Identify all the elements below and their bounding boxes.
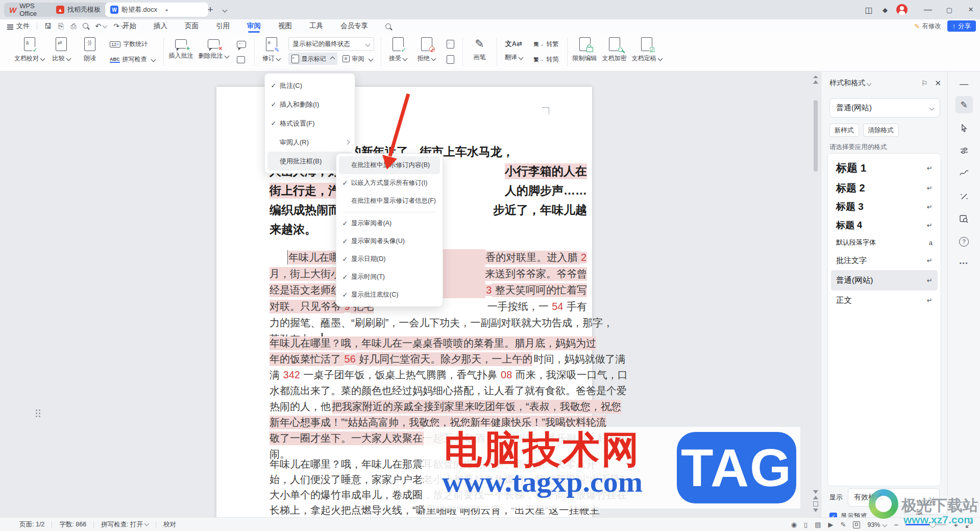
signature-icon[interactable] (955, 164, 973, 182)
ink-mode-icon[interactable]: ✎ (841, 521, 846, 528)
modified-status[interactable]: ✎ 有修改 (914, 22, 941, 31)
adjust-sliders-icon[interactable] (955, 142, 973, 159)
undo-button[interactable]: ↶ (95, 22, 107, 30)
ink-pen-button[interactable]: ✎ 画笔 (468, 33, 492, 71)
restrict-editing-button[interactable]: 限制编辑 (573, 33, 597, 71)
doc-finder-icon[interactable] (955, 210, 973, 228)
help-icon[interactable]: ? (955, 233, 973, 250)
style-item[interactable]: 普通(网站)↵ (831, 270, 938, 291)
file-menu[interactable]: 文件 (7, 21, 30, 31)
balloons-submenu-item[interactable]: ✓显示审阅者头像(U) (339, 232, 440, 250)
premium-gem-icon[interactable]: ◆ (879, 4, 891, 16)
previous-comment-button[interactable]: ← (234, 38, 249, 51)
format-brush-icon[interactable] (955, 188, 973, 205)
encrypt-document-button[interactable]: 文档加密 (602, 33, 627, 71)
show-markup-menu-item[interactable]: 审阅人(R) (267, 133, 352, 152)
pin-icon[interactable]: ⚐ (921, 79, 928, 87)
style-item[interactable]: 批注文字↵ (831, 251, 938, 270)
share-button[interactable]: ↑ 分享 (947, 20, 976, 32)
balloons-submenu-item[interactable]: ✓显示日期(D) (339, 250, 440, 268)
delete-comment-button[interactable]: × 删除批注 (199, 33, 229, 71)
scroll-down-icon[interactable] (813, 490, 818, 494)
tab-document-active[interactable]: W 盼望着.docx • (105, 3, 208, 17)
tab-page[interactable]: 页面 (185, 19, 199, 33)
previous-page-icon[interactable] (813, 496, 818, 499)
balloons-submenu-item[interactable]: ✓显示批注底纹(C) (339, 286, 440, 304)
review-pane-button[interactable]: ≣ 审阅 (339, 53, 376, 65)
read-aloud-button[interactable]: ·)) 朗读 (78, 33, 102, 71)
tab-tools[interactable]: 工具 (309, 19, 323, 33)
tab-review[interactable]: 审阅 (247, 19, 261, 33)
save-icon[interactable]: 🖫 (44, 22, 52, 30)
new-tab-button[interactable]: + (204, 4, 216, 16)
track-changes-button[interactable]: ≡✎ 修订 (260, 33, 283, 71)
style-item[interactable]: 正文↵ (831, 291, 938, 310)
style-item[interactable]: 标题 2↵ (831, 178, 938, 198)
print-preview-icon[interactable] (83, 22, 88, 30)
show-markup-menu-item[interactable]: ✓插入和删除(I) (267, 95, 352, 114)
edit-pen-icon[interactable]: ✎ (955, 96, 973, 113)
panel-close-icon[interactable]: ✕ (935, 79, 941, 88)
tab-home[interactable]: 开始 (122, 19, 136, 33)
to-traditional-button[interactable]: 简→ 转繁 (531, 38, 562, 51)
search-icon[interactable] (385, 19, 391, 33)
compare-button[interactable]: ⇄ 比较 (50, 33, 73, 71)
scroll-up-icon[interactable] (813, 80, 818, 84)
clear-format-button[interactable]: 清除格式 (863, 124, 899, 137)
user-avatar[interactable] (896, 4, 908, 15)
new-style-button[interactable]: 新样式 (829, 124, 859, 137)
print-icon[interactable]: ⎙ (70, 22, 76, 31)
balloons-submenu-item[interactable]: ✓显示时间(T) (339, 268, 440, 286)
page-view-icon[interactable]: ▯ (804, 521, 807, 528)
scroll-top-icon[interactable] (813, 76, 818, 78)
panel-title-chevron[interactable] (867, 81, 872, 86)
minimize-button[interactable]: — (922, 4, 934, 16)
next-page-icon[interactable] (813, 509, 818, 512)
next-comment-button[interactable] (234, 54, 249, 66)
tab-list-chevron[interactable] (217, 4, 230, 16)
balloons-submenu-item[interactable]: 在批注框中显示修订者信息(F) (339, 192, 440, 210)
doc-proof-button[interactable]: a✓ 文档校对 (14, 33, 44, 71)
spell-check-button[interactable]: ABC 拼写检查 (107, 54, 158, 66)
word-count-button[interactable]: 12+ 字数统计 (107, 38, 158, 51)
markup-state-combobox[interactable]: 显示标记的最终状态 (288, 37, 374, 51)
split-layout-icon[interactable]: ◫ (863, 4, 875, 16)
more-tools-icon[interactable]: ••• (955, 254, 973, 272)
proofing-status[interactable]: 校对 (163, 520, 176, 529)
browse-object-icon[interactable] (813, 501, 818, 506)
reject-button[interactable]: 拒绝 (415, 33, 438, 71)
style-item[interactable]: 标题 1↵ (831, 158, 938, 178)
show-markup-button[interactable]: ≡ 显示标记 (288, 53, 337, 65)
show-markup-menu-item[interactable]: ✓批注(C) (267, 76, 352, 95)
tab-member[interactable]: 会员专享 (340, 19, 368, 33)
output-icon[interactable]: ⎘ (58, 22, 64, 31)
web-layout-icon[interactable]: ▤ (815, 521, 821, 528)
insert-comment-button[interactable]: + 插入批注 (169, 33, 193, 71)
accept-button[interactable]: ✓ 接受 (386, 33, 410, 71)
maximize-button[interactable]: ▢ (943, 4, 955, 16)
select-cursor-icon[interactable] (955, 119, 973, 137)
scrollbar-thumb[interactable] (814, 100, 818, 172)
fullscreen-play-icon[interactable]: ▶ (828, 521, 834, 528)
tab-view[interactable]: 视图 (278, 19, 292, 33)
close-button[interactable]: × (965, 4, 977, 16)
tab-reference[interactable]: 引用 (216, 19, 230, 33)
collapse-panel-icon[interactable]: — (955, 76, 973, 93)
tab-insert[interactable]: 插入 (154, 19, 167, 33)
balloons-submenu-item[interactable]: ✓以嵌入方式显示所有修订(I) (339, 174, 440, 192)
eye-protection-icon[interactable]: ◉ (791, 521, 797, 528)
to-simplified-button[interactable]: 繁→ 转简 (531, 54, 562, 66)
previous-change-button[interactable]: ← (444, 38, 457, 51)
drag-handle-icon[interactable] (36, 409, 41, 418)
balloons-submenu-item[interactable]: 在批注框中显示修订内容(B) (339, 156, 440, 174)
fit-page-icon[interactable] (853, 521, 860, 528)
show-markup-menu-item[interactable]: ✓格式设置(F) (267, 114, 352, 133)
tab-wps-office[interactable]: W WPS Office (4, 3, 54, 17)
balloons-submenu-item[interactable]: ✓显示审阅者(A) (339, 214, 440, 232)
finalize-document-button[interactable]: ☑ 文档定稿 (632, 33, 662, 71)
style-item[interactable]: 标题 3↵ (831, 198, 938, 216)
spellcheck-status[interactable]: 拼写检查: 打开 (101, 520, 149, 529)
next-change-button[interactable] (444, 54, 457, 66)
style-item[interactable]: 标题 4↵ (831, 216, 938, 234)
current-style-combobox[interactable]: 普通(网站) (829, 98, 940, 117)
